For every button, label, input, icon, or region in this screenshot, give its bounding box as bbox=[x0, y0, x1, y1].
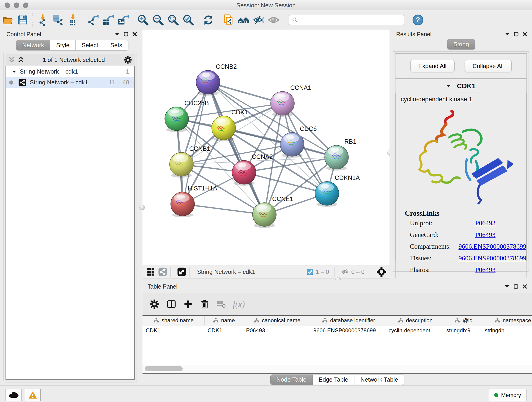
help-button[interactable] bbox=[410, 13, 425, 27]
tab-style[interactable]: Style bbox=[50, 40, 76, 51]
export-image-icon bbox=[117, 14, 129, 26]
zoom-out-button[interactable] bbox=[151, 13, 166, 27]
table-cell[interactable]: stringdb bbox=[481, 327, 532, 334]
selected-elements-checkbox[interactable] bbox=[307, 268, 313, 275]
network-canvas[interactable]: CCNB2CCNA1CDC25BCDK1CDC6RB1CCNB1CCNA2CDK… bbox=[143, 30, 389, 265]
detach-view-button[interactable] bbox=[177, 267, 186, 276]
panel-menu-chevron-icon[interactable] bbox=[115, 33, 120, 36]
panel-float-icon[interactable] bbox=[124, 32, 128, 36]
table-panel-title: Table Panel bbox=[147, 283, 177, 290]
network-node-HIST1H1A[interactable] bbox=[171, 192, 195, 217]
birdseye-toggle-button[interactable] bbox=[377, 267, 386, 277]
panel-menu-chevron-icon[interactable] bbox=[505, 285, 510, 288]
table-cell[interactable]: CDK1 bbox=[143, 327, 204, 334]
delete-column-button[interactable] bbox=[200, 299, 209, 309]
memory-status-dot-icon bbox=[494, 393, 498, 397]
network-collection-row[interactable]: String Network – cdk1 1 bbox=[6, 66, 134, 77]
memory-button[interactable]: Memory bbox=[489, 389, 526, 401]
tab-node-table[interactable]: Node Table bbox=[270, 375, 313, 385]
warnings-button[interactable] bbox=[25, 389, 41, 401]
export-network-button[interactable] bbox=[85, 13, 100, 27]
tree-expand-icon[interactable] bbox=[12, 70, 17, 73]
search-input[interactable] bbox=[298, 15, 404, 25]
save-session-button[interactable] bbox=[15, 13, 30, 27]
section-collapse-icon[interactable] bbox=[446, 85, 451, 87]
import-table-button[interactable] bbox=[65, 13, 80, 27]
toggle-view-button[interactable] bbox=[266, 13, 281, 27]
hide-panels-button[interactable] bbox=[251, 13, 266, 27]
tab-select[interactable]: Select bbox=[76, 40, 104, 51]
network-node-CDKN1A[interactable] bbox=[315, 182, 339, 207]
tab-network[interactable]: Network bbox=[16, 40, 50, 51]
table-cell[interactable]: CDK1 bbox=[204, 327, 243, 334]
zoom-fit-button[interactable] bbox=[166, 13, 181, 27]
network-collection-label: String Network – cdk1 bbox=[20, 68, 126, 75]
table-options-button[interactable] bbox=[149, 299, 159, 309]
tab-sets[interactable]: Sets bbox=[104, 40, 128, 51]
network-row[interactable]: String Network – cdk1 11 48 bbox=[6, 77, 134, 88]
network-node-RB1[interactable] bbox=[325, 145, 348, 171]
tab-network-table[interactable]: Network Table bbox=[355, 375, 404, 385]
panel-close-icon[interactable] bbox=[523, 32, 527, 36]
crosslink-link[interactable]: P06493 bbox=[475, 231, 496, 239]
export-table-button[interactable] bbox=[100, 13, 115, 27]
node-table[interactable]: shared namenamecanonical namedatabase id… bbox=[143, 315, 532, 366]
crosslink-link[interactable]: P06493 bbox=[475, 266, 496, 274]
column-header-name[interactable]: name bbox=[205, 316, 243, 325]
tab-string[interactable]: String bbox=[447, 39, 475, 50]
table-cell[interactable]: P06493 bbox=[243, 327, 310, 334]
network-node-CDC6[interactable] bbox=[280, 133, 304, 158]
zoom-in-button[interactable] bbox=[135, 13, 151, 27]
panel-menu-chevron-icon[interactable] bbox=[505, 33, 510, 36]
panel-float-icon[interactable] bbox=[514, 32, 519, 36]
protein-section-header[interactable]: CDK1 bbox=[395, 79, 526, 93]
export-image-button[interactable] bbox=[115, 13, 131, 27]
collapse-all-button[interactable]: Collapse All bbox=[465, 60, 512, 72]
table-cell[interactable]: cyclin-dependent ... bbox=[385, 327, 443, 334]
expand-all-icon[interactable] bbox=[18, 57, 24, 63]
clone-network-view-button[interactable] bbox=[221, 13, 236, 27]
refresh-view-button[interactable] bbox=[201, 13, 216, 27]
table-row[interactable]: CDK1CDK1P064939606.ENSP00000378699cyclin… bbox=[143, 325, 532, 336]
search-field[interactable] bbox=[289, 15, 404, 25]
collapse-all-icon[interactable] bbox=[9, 57, 15, 63]
grid-view-button[interactable] bbox=[146, 267, 155, 276]
crosslink-link[interactable]: 9606.ENSP00000378699 bbox=[458, 254, 526, 262]
expand-all-button[interactable]: Expand All bbox=[410, 60, 455, 72]
show-all-panels-button[interactable] bbox=[236, 13, 251, 27]
column-header-databaseidentifier[interactable]: database identifier bbox=[311, 316, 386, 325]
import-network-database-button[interactable] bbox=[50, 13, 65, 27]
crosslink-link[interactable]: 9606.ENSP00000378699 bbox=[458, 243, 526, 250]
network-node-CCNA1[interactable] bbox=[271, 91, 294, 117]
network-badge-button[interactable] bbox=[158, 267, 167, 276]
table-cell[interactable]: 9606.ENSP00000378699 bbox=[310, 327, 385, 334]
column-header-canonicalname[interactable]: canonical name bbox=[243, 316, 311, 325]
column-header-namespace[interactable]: namespace bbox=[483, 316, 532, 325]
crosslink-link[interactable]: P06493 bbox=[475, 219, 496, 227]
table-cell[interactable]: stringdb:9... bbox=[443, 327, 481, 334]
network-options-gear-icon[interactable] bbox=[124, 56, 132, 64]
import-network-file-button[interactable] bbox=[35, 13, 50, 27]
cloud-status-button[interactable] bbox=[6, 389, 22, 401]
network-node-CCNA2[interactable] bbox=[232, 160, 256, 186]
network-node-CCNE1[interactable] bbox=[253, 203, 276, 228]
columns-icon bbox=[166, 299, 177, 309]
show-columns-button[interactable] bbox=[166, 299, 177, 309]
panel-close-icon[interactable] bbox=[133, 32, 137, 36]
create-column-button[interactable] bbox=[183, 299, 193, 309]
table-hscrollbar[interactable] bbox=[143, 365, 532, 374]
panel-close-icon[interactable] bbox=[522, 284, 527, 289]
panel-float-icon[interactable] bbox=[514, 284, 518, 289]
network-graph[interactable]: CCNB2CCNA1CDC25BCDK1CDC6RB1CCNB1CCNA2CDK… bbox=[143, 30, 389, 265]
scrollbar-thumb[interactable] bbox=[145, 366, 183, 371]
zoom-selected-button[interactable] bbox=[181, 13, 196, 27]
left-splitter-handle[interactable] bbox=[139, 205, 145, 210]
network-node-CCNB1[interactable] bbox=[170, 153, 193, 178]
tab-edge-table[interactable]: Edge Table bbox=[313, 375, 355, 385]
open-session-button[interactable] bbox=[0, 13, 15, 27]
hidden-elements-button[interactable] bbox=[341, 268, 349, 276]
column-header-description[interactable]: description bbox=[386, 316, 444, 325]
network-panel-box: 1 of 1 Network selected String Network –… bbox=[3, 51, 137, 383]
column-header-id[interactable]: @id bbox=[444, 316, 483, 325]
column-header-sharedname[interactable]: shared name bbox=[143, 316, 205, 325]
